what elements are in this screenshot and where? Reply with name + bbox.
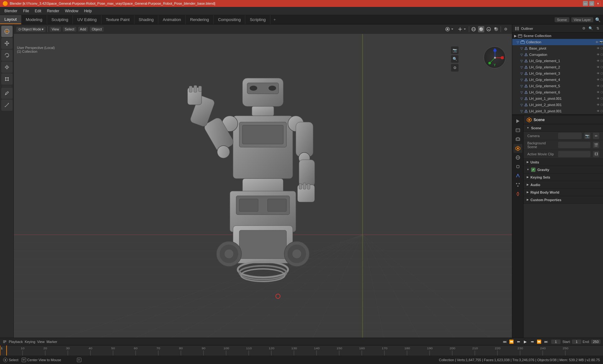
timeline-ruler[interactable]: 1 10 20 30 40 50 60 70 80 90 1 bbox=[0, 345, 603, 356]
playhead[interactable] bbox=[6, 345, 7, 356]
gizmos-btn[interactable] bbox=[456, 26, 468, 32]
camera-value[interactable] bbox=[558, 133, 582, 139]
viewport-extra-btn[interactable]: ⚙ bbox=[502, 26, 509, 32]
minimize-button[interactable]: — bbox=[583, 1, 588, 6]
outliner-lh-joint-3[interactable]: ▽ LH_joint_3_pivot.001 👁 ⬡ bbox=[512, 108, 603, 114]
custom-properties-header[interactable]: ▶ Custom Properties bbox=[524, 196, 603, 204]
menu-render[interactable]: Render bbox=[44, 8, 62, 14]
object-mode-dropdown[interactable]: ⊙ Object Mode ▾ bbox=[16, 27, 46, 32]
outliner-sort-icon[interactable]: ⇅ bbox=[595, 26, 600, 31]
movie-clip-value[interactable] bbox=[558, 151, 590, 157]
eye-visible-icon[interactable]: 👁 bbox=[595, 40, 599, 44]
tab-rendering[interactable]: Rendering bbox=[186, 15, 214, 24]
tab-shading[interactable]: Shading bbox=[134, 15, 159, 24]
output-properties-icon[interactable] bbox=[513, 126, 522, 135]
tab-texture-paint[interactable]: Texture Paint bbox=[101, 15, 134, 24]
audio-section-header[interactable]: ▶ Audio bbox=[524, 181, 603, 189]
menu-help[interactable]: Help bbox=[81, 8, 94, 14]
search-icon[interactable]: 🔍 bbox=[595, 17, 600, 22]
outliner-content[interactable]: ▶ Scene Collection ▽ Collection 👁 📷 bbox=[512, 33, 603, 114]
play-btn[interactable]: ▶ bbox=[522, 339, 529, 345]
playback-menu[interactable]: Playback bbox=[9, 340, 23, 344]
scale-tool[interactable] bbox=[1, 62, 13, 73]
world-properties-icon[interactable] bbox=[513, 153, 522, 162]
camera-edit-btn[interactable]: ✏ bbox=[593, 133, 599, 139]
scene-properties-icon[interactable] bbox=[513, 144, 522, 153]
outliner-lh-joint-2[interactable]: ▽ LH_joint_2_pivot.001 👁 ⬡ bbox=[512, 102, 603, 108]
eye-icon-1[interactable]: 👁 bbox=[597, 47, 600, 50]
keying-menu[interactable]: Keying bbox=[25, 340, 35, 344]
menu-edit[interactable]: Edit bbox=[32, 8, 44, 14]
settings-btn[interactable]: ⚙ bbox=[451, 64, 459, 72]
material-shading-btn[interactable] bbox=[486, 26, 492, 32]
outliner-lh-grip-1[interactable]: ▽ LH_Grip_element_1 👁 ⬡ bbox=[512, 58, 603, 64]
rigid-body-world-header[interactable]: ▶ Rigid Body World bbox=[524, 189, 603, 196]
menu-blender[interactable]: Blender bbox=[2, 8, 20, 14]
scene-selector[interactable]: Scene bbox=[555, 17, 569, 22]
outliner-base-pivot[interactable]: ▽ Base_pivot 👁 ⬡ bbox=[512, 45, 603, 51]
tab-animation[interactable]: Animation bbox=[158, 15, 186, 24]
outliner-lh-grip-6[interactable]: ▽ LH_Grip_element_6 👁 ⬡ bbox=[512, 89, 603, 95]
physics-properties-icon[interactable] bbox=[513, 190, 522, 198]
viewport-overlays-btn[interactable] bbox=[444, 26, 455, 32]
rotate-tool[interactable] bbox=[1, 50, 13, 61]
viewlayer-properties-icon[interactable] bbox=[513, 135, 522, 144]
collection-item[interactable]: ▽ Collection 👁 📷 bbox=[512, 39, 603, 45]
tab-layout[interactable]: Layout bbox=[0, 15, 21, 24]
prev-keyframe-btn[interactable]: ⬅ bbox=[515, 339, 522, 345]
end-frame-display[interactable]: 250 bbox=[591, 340, 600, 344]
render-properties-icon[interactable] bbox=[513, 117, 522, 126]
navigation-gizmo[interactable]: X Y Z bbox=[484, 46, 509, 72]
close-button[interactable]: ✕ bbox=[595, 1, 600, 6]
outliner-lh-grip-4[interactable]: ▽ LH_Grip_element_4 👁 ⬡ bbox=[512, 77, 603, 83]
outliner-lh-grip-3[interactable]: ▽ LH_Grip_element_3 👁 ⬡ bbox=[512, 70, 603, 77]
particle-properties-icon[interactable] bbox=[513, 180, 522, 189]
jump-start-btn[interactable]: ⏮ bbox=[502, 339, 508, 345]
marker-menu[interactable]: Marker bbox=[46, 340, 57, 344]
gizmo-circle[interactable]: X Y Z bbox=[484, 46, 506, 68]
maximize-button[interactable]: □ bbox=[589, 1, 594, 6]
outliner-filter-icon[interactable]: ⚙ bbox=[581, 26, 587, 31]
gravity-section-header[interactable]: ▼ ✓ Gravity bbox=[524, 166, 603, 174]
prev-frame-btn[interactable]: ⏪ bbox=[508, 339, 515, 345]
jump-end-btn[interactable]: ⏭ bbox=[543, 339, 549, 345]
cam-icon-1[interactable]: ⬡ bbox=[600, 47, 603, 50]
units-section-header[interactable]: ▶ Units bbox=[524, 158, 603, 166]
transform-tool[interactable] bbox=[1, 73, 13, 85]
view-layer-selector[interactable]: View Layer bbox=[571, 17, 593, 22]
menu-file[interactable]: File bbox=[20, 8, 31, 14]
bg-scene-value[interactable] bbox=[558, 142, 590, 148]
object-menu-dropdown[interactable]: Object bbox=[90, 27, 104, 32]
view-menu-timeline[interactable]: View bbox=[37, 340, 45, 344]
select-menu-dropdown[interactable]: Select bbox=[63, 27, 76, 32]
start-frame-display[interactable]: 1 bbox=[572, 340, 581, 344]
menu-window[interactable]: Window bbox=[62, 8, 81, 14]
annotate-tool[interactable] bbox=[1, 88, 13, 99]
cursor-tool[interactable] bbox=[1, 26, 13, 37]
eye-icon-2[interactable]: 👁 bbox=[597, 53, 600, 56]
outliner-corrugation[interactable]: ▽ Corrugation 👁 ⬡ bbox=[512, 51, 603, 58]
wireframe-shading-btn[interactable] bbox=[470, 26, 477, 32]
add-menu-dropdown[interactable]: Add bbox=[78, 27, 88, 32]
tab-compositing[interactable]: Compositing bbox=[214, 15, 245, 24]
tab-uv-editing[interactable]: UV Editing bbox=[73, 15, 101, 24]
gravity-checkbox[interactable]: ✓ bbox=[531, 168, 535, 172]
view-menu-dropdown[interactable]: View bbox=[50, 27, 61, 32]
outliner-lh-joint-1[interactable]: ▽ LH_joint_1_pivot.001 👁 ⬡ bbox=[512, 95, 603, 102]
movie-clip-picker-btn[interactable]: 🎞 bbox=[593, 151, 599, 157]
keying-sets-header[interactable]: ▶ Keying Sets bbox=[524, 174, 603, 181]
scene-subsection-header[interactable]: ▼ Scene bbox=[524, 124, 603, 132]
rendered-shading-btn[interactable] bbox=[493, 26, 499, 32]
title-bar-controls[interactable]: — □ ✕ bbox=[583, 1, 600, 6]
cam-icon-2[interactable]: ⬡ bbox=[600, 53, 603, 56]
move-tool[interactable] bbox=[1, 38, 13, 49]
outliner-lh-grip-5[interactable]: ▽ LH_Grip_element_5 👁 ⬡ bbox=[512, 83, 603, 89]
camera-picker-btn[interactable]: 📷 bbox=[584, 133, 590, 139]
tab-scripting[interactable]: Scripting bbox=[245, 15, 270, 24]
viewport-3d[interactable]: ⊙ Object Mode ▾ View Select Add Object bbox=[14, 24, 512, 355]
viewport-canvas[interactable]: User Perspective (Local) (1) Collection bbox=[14, 34, 512, 355]
outliner-lh-grip-2[interactable]: ▽ LH_Grip_element_2 👁 ⬡ bbox=[512, 64, 603, 70]
tab-modeling[interactable]: Modeling bbox=[21, 15, 47, 24]
zoom-camera-btn[interactable]: 🔍 bbox=[451, 55, 459, 63]
next-keyframe-btn[interactable]: ➡ bbox=[529, 339, 535, 345]
